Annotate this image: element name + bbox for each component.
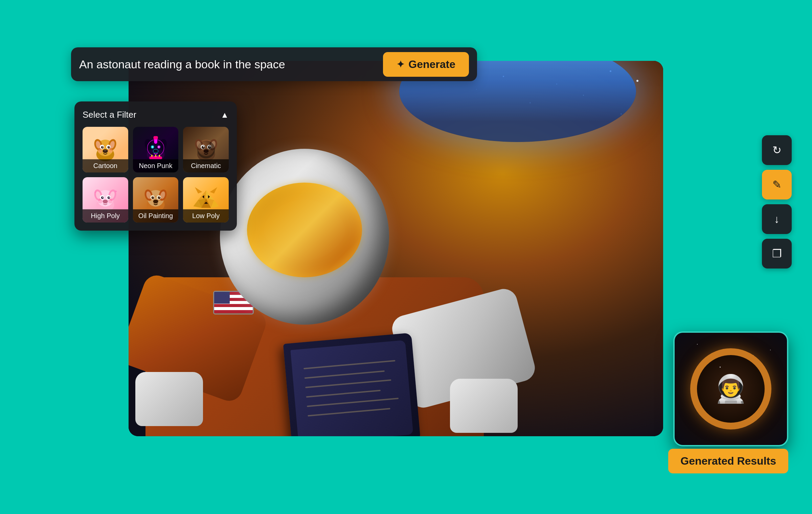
svg-marker-90 [210,187,217,193]
svg-point-10 [102,146,103,147]
chevron-up-icon[interactable]: ▲ [221,110,229,120]
filter-label-high-poly: High Poly [83,209,128,223]
glove-left [135,372,203,426]
svg-point-76 [153,196,154,197]
copy-button[interactable]: ❐ [762,239,792,268]
filter-title: Select a Filter [83,110,136,120]
filter-item-oil-painting[interactable]: Oil Painting [133,177,179,223]
filter-label-oil-painting: Oil Painting [133,209,179,223]
filter-header: Select a Filter ▲ [83,110,229,120]
filter-label-neon-punk: Neon Punk [133,159,179,172]
svg-point-61 [103,200,108,203]
copy-icon: ❐ [772,247,782,260]
svg-point-60 [109,197,110,198]
generated-results-badge: Generated Results [668,449,788,473]
book-pages [290,340,413,436]
edit-button[interactable]: ✎ [762,170,792,200]
svg-point-78 [153,200,158,203]
download-icon: ↓ [774,213,780,226]
book [283,333,421,436]
svg-marker-89 [195,187,202,193]
svg-rect-22 [153,136,158,139]
svg-point-28 [158,146,160,148]
action-sidebar: ↻ ✎ ↓ ❐ [762,135,792,268]
thumbnail-astronaut: 👨‍🚀 [714,373,748,405]
filter-item-cinematic[interactable]: Cinematic [183,127,229,172]
helmet [220,149,389,325]
svg-text:✦: ✦ [94,190,97,194]
prompt-bar: An astonaut reading a book in the space … [71,47,477,81]
filter-item-neon-punk[interactable]: Neon Punk [133,127,179,172]
svg-point-14 [98,149,103,153]
svg-point-11 [109,146,110,147]
prompt-text[interactable]: An astonaut reading a book in the space [79,58,376,71]
filter-label-cartoon: Cartoon [83,159,128,172]
download-button[interactable]: ↓ [762,204,792,234]
filter-label-cinematic: Cinematic [183,159,229,172]
svg-point-15 [108,149,113,153]
svg-point-63 [108,199,113,203]
thumbnail-background: 👨‍🚀 [675,333,787,445]
svg-point-59 [102,197,103,198]
svg-text:✦: ✦ [114,189,117,193]
main-container: An astonaut reading a book in the space … [51,34,761,480]
filter-grid: Cartoon [83,127,229,223]
refresh-button[interactable]: ↻ [762,135,792,165]
svg-point-62 [98,199,103,203]
result-thumbnail: 👨‍🚀 [673,331,788,446]
filter-item-cartoon[interactable]: Cartoon [83,127,128,172]
filter-dropdown: Select a Filter ▲ [74,101,237,231]
svg-point-13 [104,150,107,151]
generate-button[interactable]: ✦ Generate [383,52,469,77]
svg-point-27 [152,146,153,148]
filter-item-low-poly[interactable]: Low Poly [183,177,229,223]
filter-item-high-poly[interactable]: ✦ ✦ High Poly [83,177,128,223]
refresh-icon: ↻ [772,144,782,157]
glove-right [450,379,518,433]
filter-label-low-poly: Low Poly [183,209,229,223]
sparkle-icon: ✦ [397,59,404,70]
svg-rect-31 [149,157,162,159]
generate-button-label: Generate [408,58,455,71]
edit-icon: ✎ [772,178,782,191]
svg-point-48 [197,141,215,159]
visor [247,183,362,277]
svg-point-77 [159,196,160,197]
